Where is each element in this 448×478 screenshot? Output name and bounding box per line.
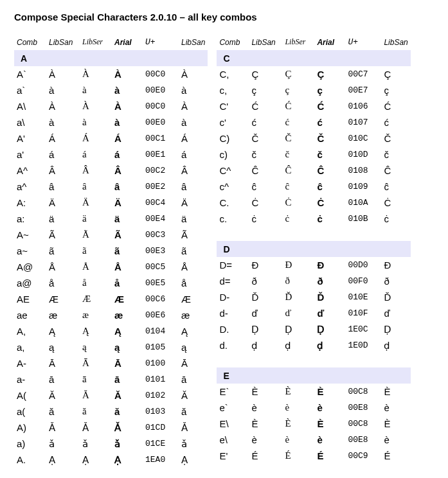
table-row: A.ẠẠẠ1EA0Ạ: [14, 452, 208, 468]
uplus-cell: 00C4: [143, 195, 179, 211]
col-libsan: LibSan: [46, 34, 80, 50]
libsan2-cell: ä: [179, 211, 208, 227]
uplus-cell: 0104: [143, 323, 179, 339]
uplus-cell: 010A: [345, 195, 381, 211]
uplus-cell: 010F: [345, 305, 381, 321]
libsan-cell: Ą: [46, 323, 80, 339]
arial-cell: Ạ: [112, 452, 143, 468]
table-row: E'ÉÉÉ00C9É: [217, 448, 410, 464]
uplus-cell: 00C9: [345, 448, 381, 464]
table-row: c.ċċċ010Bċ: [217, 211, 410, 227]
libsan2-cell: Ạ: [179, 452, 208, 468]
libsan2-cell: ã: [179, 243, 208, 259]
uplus-cell: 0108: [345, 163, 381, 179]
libsan2-cell: à: [179, 114, 208, 130]
arial-cell: Ā: [112, 355, 143, 371]
libsan2-cell: Ą: [179, 323, 208, 339]
libsan2-cell: â: [179, 179, 208, 195]
combo-cell: A,: [14, 323, 46, 339]
libsan-cell: É: [249, 448, 282, 464]
col-libsan2: LibSan: [381, 34, 410, 50]
right-column: Comb LibSan LibSer Arial U+ LibSan CC,ÇÇ…: [217, 34, 410, 468]
col-comb: Comb: [217, 34, 249, 50]
libsan2-cell: ċ: [381, 211, 410, 227]
libsan2-cell: Ǎ: [179, 420, 208, 436]
arial-cell: Ã: [112, 227, 143, 243]
arial-cell: å: [112, 275, 143, 291]
libser-cell: ć: [282, 114, 314, 130]
arial-cell: Ĉ: [314, 163, 345, 179]
libser-cell: ą: [80, 339, 112, 355]
combo-cell: AE: [14, 291, 46, 307]
combo-cell: D=: [217, 257, 249, 273]
combo-cell: C,: [217, 66, 249, 82]
arial-cell: Ć: [314, 98, 345, 114]
libser-cell: à: [80, 114, 112, 130]
libser-cell: Ā: [80, 355, 112, 371]
table-row: A: [14, 50, 208, 66]
libsan2-cell: è: [381, 432, 410, 448]
arial-cell: À: [112, 66, 143, 82]
arial-cell: Ą: [112, 323, 143, 339]
libsan-cell: Â: [46, 163, 80, 179]
combo-cell: A@: [14, 259, 46, 275]
table-row: C,ÇÇÇ00C7Ç: [217, 66, 410, 82]
libsan2-cell: È: [381, 384, 410, 400]
libser-cell: Ĉ: [282, 163, 314, 179]
uplus-cell: 0101: [143, 371, 179, 387]
columns: Comb LibSan LibSer Arial U+ LibSan AA`ÀÀ…: [14, 34, 436, 468]
table-row: A,ĄĄĄ0104Ą: [14, 323, 208, 339]
libser-cell: ã: [80, 243, 112, 259]
uplus-cell: 00E0: [143, 82, 179, 98]
libser-cell: À: [80, 98, 112, 114]
section-cell: C: [217, 50, 410, 66]
combo-cell: c': [217, 114, 249, 130]
arial-cell: è: [314, 432, 345, 448]
libsan-cell: è: [249, 400, 282, 416]
table-row: A(ĂĂĂ0102Ă: [14, 387, 208, 403]
uplus-cell: 0107: [345, 114, 381, 130]
arial-cell: Å: [112, 259, 143, 275]
libsan-cell: ď: [249, 305, 282, 321]
combo-cell: a^: [14, 179, 46, 195]
table-row: e`èèè00E8è: [217, 400, 410, 416]
libsan2-cell: č: [381, 146, 410, 163]
col-comb: Comb: [14, 34, 46, 50]
libser-cell: Ď: [282, 289, 314, 305]
table-row: C^ĈĈĈ0108Ĉ: [217, 163, 410, 179]
libser-cell: è: [282, 432, 314, 448]
table-row: A`ÀÀÀ00C0À: [14, 66, 208, 82]
libsan2-cell: à: [179, 82, 208, 98]
table-row: a:äää00E4ä: [14, 211, 208, 227]
arial-cell: ă: [112, 403, 143, 420]
libsan-cell: ą: [46, 339, 80, 355]
table-row: A@ÅÅÅ00C5Å: [14, 259, 208, 275]
libsan-cell: Ǎ: [46, 420, 80, 436]
libser-cell: ç: [282, 82, 314, 98]
libser-cell: ċ: [282, 211, 314, 227]
uplus-cell: 1E0D: [345, 337, 381, 353]
arial-cell: è: [314, 400, 345, 416]
libsan-cell: ā: [46, 371, 80, 387]
combo-cell: c,: [217, 82, 249, 98]
section-cell: E: [217, 367, 410, 384]
libser-cell: ď: [282, 305, 314, 321]
libser-cell: â: [80, 179, 112, 195]
combo-cell: a': [14, 146, 46, 163]
libsan-cell: ă: [46, 403, 80, 420]
table-row: a~ããã00E3ã: [14, 243, 208, 259]
arial-cell: ǎ: [112, 436, 143, 452]
combo-cell: C': [217, 98, 249, 114]
libsan-cell: æ: [46, 307, 80, 323]
libsan2-cell: ć: [381, 114, 410, 130]
combo-cell: A(: [14, 387, 46, 403]
libser-cell: ă: [80, 403, 112, 420]
uplus-cell: 00E7: [345, 82, 381, 98]
table-row: C)ČČČ010CČ: [217, 130, 410, 146]
libsan2-cell: å: [179, 275, 208, 291]
arial-cell: Æ: [112, 291, 143, 307]
arial-cell: È: [314, 384, 345, 400]
combo-cell: C): [217, 130, 249, 146]
arial-cell: ā: [112, 371, 143, 387]
libser-cell: Ạ: [80, 452, 112, 468]
